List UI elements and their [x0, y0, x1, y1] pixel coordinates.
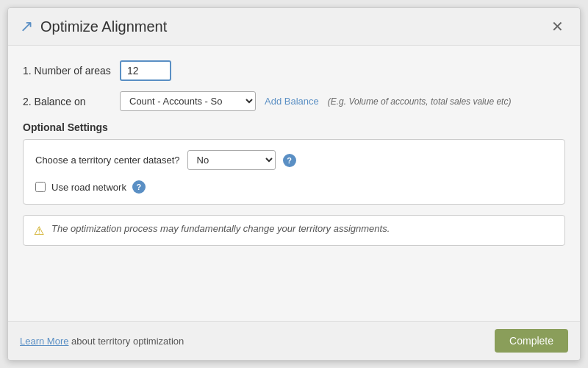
- optional-settings-label: Optional Settings: [23, 121, 565, 133]
- learn-more-link[interactable]: Learn More: [20, 336, 68, 347]
- close-button[interactable]: ✕: [547, 18, 568, 35]
- footer-text: about territory optimization: [68, 336, 184, 347]
- add-balance-link[interactable]: Add Balance: [265, 96, 319, 107]
- warning-text: The optimization process may fundamental…: [51, 223, 390, 234]
- dialog-body: 1. Number of areas 2. Balance on Count -…: [8, 46, 580, 321]
- dialog-title: Optimize Alignment: [40, 18, 167, 35]
- road-network-help-icon[interactable]: ?: [132, 180, 146, 194]
- balance-on-label: 2. Balance on: [23, 96, 111, 107]
- balance-on-select[interactable]: Count - Accounts - So Volume of accounts…: [120, 91, 256, 111]
- territory-center-row: Choose a territory center dataset? No Ye…: [35, 150, 553, 170]
- number-of-areas-label: 1. Number of areas: [23, 65, 111, 77]
- number-of-areas-input[interactable]: [120, 60, 171, 81]
- header-left: ↗ Optimize Alignment: [20, 17, 167, 36]
- complete-button[interactable]: Complete: [495, 329, 568, 353]
- footer-info: Learn More about territory optimization: [20, 336, 184, 347]
- territory-help-icon[interactable]: ?: [283, 154, 296, 167]
- number-of-areas-row: 1. Number of areas: [23, 60, 565, 81]
- road-network-label: Use road network: [51, 182, 126, 193]
- optional-settings-section: Optional Settings Choose a territory cen…: [23, 121, 565, 205]
- dialog-footer: Learn More about territory optimization …: [8, 321, 580, 360]
- territory-center-label: Choose a territory center dataset?: [35, 155, 180, 166]
- warning-box: ⚠ The optimization process may fundament…: [23, 215, 565, 246]
- territory-center-select[interactable]: No Yes: [187, 150, 276, 170]
- road-network-row: Use road network ?: [35, 180, 553, 194]
- dialog-header: ↗ Optimize Alignment ✕: [8, 8, 580, 46]
- optimize-alignment-dialog: ↗ Optimize Alignment ✕ 1. Number of area…: [7, 7, 581, 361]
- balance-on-row: 2. Balance on Count - Accounts - So Volu…: [23, 91, 565, 111]
- balance-hint: (E.g. Volume of accounts, total sales va…: [328, 96, 512, 107]
- warning-icon: ⚠: [34, 224, 44, 238]
- road-network-checkbox[interactable]: [35, 182, 46, 192]
- optimize-icon: ↗: [20, 17, 33, 36]
- optional-settings-box: Choose a territory center dataset? No Ye…: [23, 139, 565, 205]
